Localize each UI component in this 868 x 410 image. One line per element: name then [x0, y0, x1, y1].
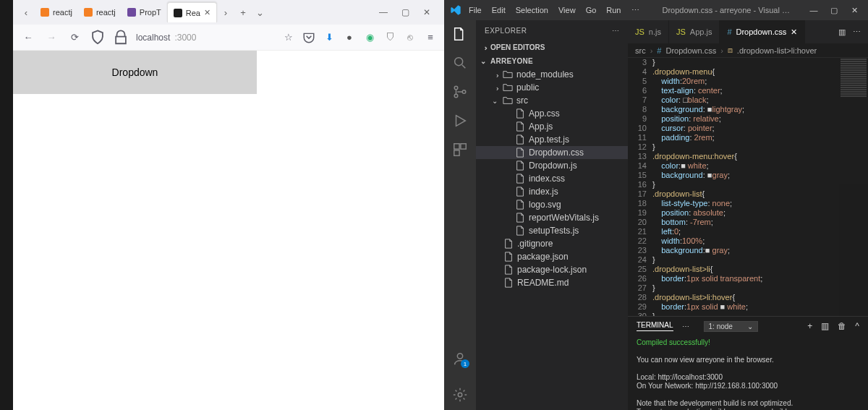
- tree-file[interactable]: reportWebVitals.js: [476, 211, 628, 224]
- tab-back-button[interactable]: ‹: [17, 4, 35, 21]
- new-tab-button[interactable]: +: [234, 4, 252, 21]
- window-title: Dropdown.css - arreyone - Visual …: [647, 6, 807, 14]
- address-bar[interactable]: localhost:3000: [136, 33, 275, 43]
- split-editor-icon[interactable]: ▥: [838, 27, 846, 37]
- maximize-button[interactable]: ▢: [399, 7, 411, 18]
- scm-icon[interactable]: [452, 84, 468, 100]
- tree-file[interactable]: Dropdown.js: [476, 159, 628, 172]
- ext1-icon[interactable]: ●: [343, 31, 356, 44]
- nav-forward-button[interactable]: →: [43, 30, 59, 46]
- project-section[interactable]: ⌄ ARREYONE: [476, 56, 628, 67]
- file-icon: [515, 161, 525, 171]
- vscode-icon: [450, 4, 461, 16]
- tab-dropdown-button[interactable]: ⌄: [252, 4, 269, 21]
- tree-folder[interactable]: ⌄public: [476, 81, 628, 94]
- browser-viewport: Dropdown: [13, 51, 444, 410]
- tree-file[interactable]: index.js: [476, 185, 628, 198]
- code-editor[interactable]: 3456789101112131415161718192021222324252…: [628, 58, 868, 316]
- svg-point-2: [454, 94, 458, 98]
- terminal-body[interactable]: Compiled successfully! You can now view …: [628, 336, 868, 410]
- terminal-more-icon[interactable]: ⋯: [682, 323, 689, 330]
- nav-back-button[interactable]: ←: [20, 30, 36, 46]
- tree-file[interactable]: App.css: [476, 107, 628, 120]
- vscode-titlebar: FileEditSelectionViewGoRun⋯ Dropdown.css…: [444, 0, 868, 20]
- extensions-icon[interactable]: [452, 142, 468, 158]
- search-icon[interactable]: [452, 55, 468, 71]
- debug-icon[interactable]: [452, 113, 468, 129]
- vs-minimize-button[interactable]: —: [809, 5, 819, 15]
- new-terminal-button[interactable]: +: [807, 321, 812, 331]
- tree-file[interactable]: package.json: [476, 250, 628, 263]
- tree-file[interactable]: index.css: [476, 172, 628, 185]
- menu-item[interactable]: ⋯: [627, 4, 644, 17]
- tree-file[interactable]: Dropdown.css: [476, 146, 628, 159]
- tree-file[interactable]: package-lock.json: [476, 263, 628, 276]
- tree-folder[interactable]: ⌄node_modules: [476, 68, 628, 81]
- terminal-tab[interactable]: TERMINAL: [637, 321, 673, 331]
- ext3-icon[interactable]: ⛉: [383, 31, 396, 44]
- folder-icon: [503, 69, 513, 80]
- svg-point-1: [454, 86, 458, 90]
- breadcrumbs[interactable]: src › # Dropdown.css › ⧈ .dropdown-list>…: [628, 43, 868, 58]
- tree-file[interactable]: .gitignore: [476, 237, 628, 250]
- svg-rect-5: [461, 144, 466, 149]
- open-editors-section[interactable]: ⌄ OPEN EDITORS: [476, 42, 628, 53]
- ext2-icon[interactable]: ◉: [363, 31, 376, 44]
- account-icon[interactable]: 1: [452, 351, 468, 367]
- chevron-icon: ⌄: [492, 84, 500, 91]
- browser-tab[interactable]: reactj: [78, 2, 122, 22]
- close-button[interactable]: ✕: [421, 7, 433, 18]
- tree-file[interactable]: README.md: [476, 276, 628, 289]
- settings-icon[interactable]: [452, 387, 468, 403]
- menu-item[interactable]: Run: [602, 4, 625, 17]
- tree-file[interactable]: App.js: [476, 120, 628, 133]
- editor-more-icon[interactable]: ⋯: [853, 27, 861, 37]
- menu-item[interactable]: View: [554, 4, 580, 17]
- file-icon: [503, 252, 514, 262]
- download-icon[interactable]: ⬇: [323, 31, 336, 44]
- menu-item[interactable]: Selection: [511, 4, 553, 17]
- dropdown-menu[interactable]: Dropdown: [13, 51, 257, 94]
- explorer-more-icon[interactable]: ⋯: [612, 27, 620, 35]
- chevron-icon: ⌄: [492, 71, 500, 78]
- dropdown-label: Dropdown: [112, 67, 158, 78]
- editor-tab[interactable]: JSApp.js: [669, 20, 720, 43]
- vs-maximize-button[interactable]: ▢: [829, 5, 839, 15]
- tree-file[interactable]: setupTests.js: [476, 224, 628, 237]
- tree-file[interactable]: logo.svg: [476, 198, 628, 211]
- chevron-icon: ⌄: [492, 97, 499, 105]
- pocket-icon[interactable]: [302, 31, 315, 44]
- lock-icon[interactable]: [113, 30, 129, 46]
- tree-folder[interactable]: ⌄src: [476, 94, 628, 107]
- browser-window-controls: — ▢ ✕: [378, 7, 440, 18]
- menu-icon[interactable]: ≡: [424, 31, 437, 44]
- shield-icon[interactable]: [90, 30, 106, 46]
- editor-tab[interactable]: JSn.js: [628, 20, 669, 43]
- file-icon: [515, 121, 525, 132]
- menu-item[interactable]: Edit: [488, 4, 510, 17]
- kill-terminal-button[interactable]: 🗑: [838, 321, 846, 331]
- tab-close-icon[interactable]: ✕: [791, 27, 797, 37]
- ext4-icon[interactable]: ⎋: [404, 31, 417, 44]
- menu-item[interactable]: Go: [582, 4, 601, 17]
- vscode-window: FileEditSelectionViewGoRun⋯ Dropdown.css…: [444, 0, 868, 410]
- file-icon: [515, 187, 525, 197]
- editor-group: JSn.jsJSApp.js#Dropdown.css✕▥⋯ src › # D…: [628, 20, 868, 410]
- tab-forward-button[interactable]: ›: [217, 4, 234, 21]
- browser-tab[interactable]: Rea✕: [167, 2, 217, 22]
- explorer-icon[interactable]: [452, 26, 468, 42]
- bookmark-icon[interactable]: ☆: [282, 31, 295, 44]
- editor-tab[interactable]: #Dropdown.css✕: [720, 20, 805, 43]
- terminal-selector[interactable]: 1: node⌄: [704, 321, 758, 332]
- browser-tab[interactable]: reactj: [35, 2, 78, 22]
- split-terminal-button[interactable]: ▥: [821, 321, 829, 331]
- tab-close-icon[interactable]: ✕: [204, 8, 210, 17]
- minimap[interactable]: [839, 58, 868, 316]
- vs-close-button[interactable]: ✕: [849, 5, 859, 15]
- minimize-button[interactable]: —: [378, 7, 389, 18]
- reload-button[interactable]: ⟳: [67, 30, 82, 46]
- tree-file[interactable]: App.test.js: [476, 133, 628, 146]
- menu-item[interactable]: File: [464, 4, 486, 17]
- browser-tab[interactable]: PropT: [122, 2, 167, 22]
- maximize-panel-button[interactable]: ^: [855, 321, 859, 331]
